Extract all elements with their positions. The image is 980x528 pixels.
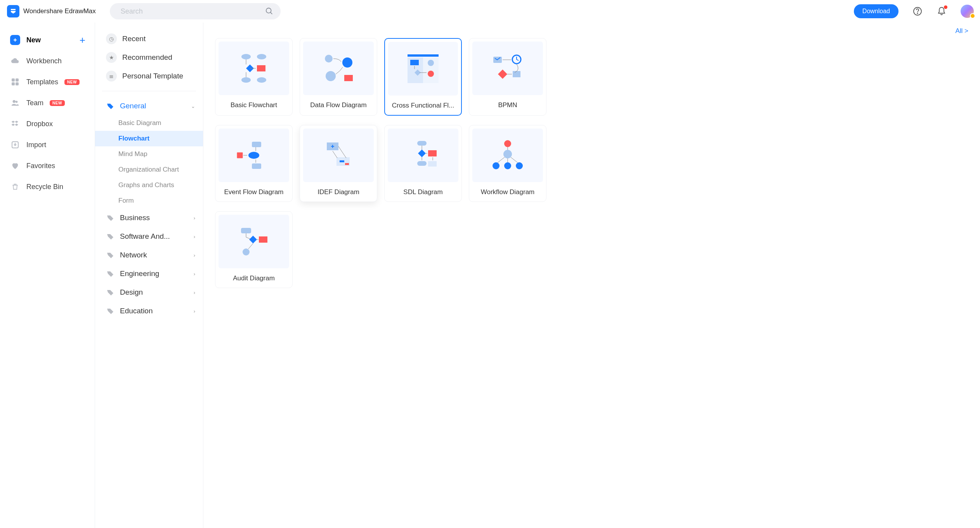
nav-label: New [26,36,41,44]
user-avatar[interactable] [961,5,974,18]
svg-point-9 [13,100,16,103]
chevron-right-icon: › [194,290,195,295]
category-section-general[interactable]: General⌄ [95,97,203,115]
search-icon[interactable] [265,7,274,16]
template-card-workflow[interactable]: Workflow Diagram [469,125,546,202]
tag-icon [106,102,114,110]
template-card-basic-flowchart[interactable]: Basic Flowchart [215,38,293,116]
category-section-education[interactable]: Education› [95,302,203,320]
all-link[interactable]: All > [955,27,968,35]
nav-item-team[interactable]: TeamNEW [0,92,95,113]
grid-icon [10,77,20,87]
template-card-audit[interactable]: Audit Diagram [215,211,293,288]
svg-point-45 [516,162,523,169]
section-label: Education [120,307,153,315]
svg-rect-36 [345,163,349,165]
app-title: Wondershare EdrawMax [23,7,96,15]
category-section-design[interactable]: Design› [95,283,203,302]
svg-rect-5 [12,78,15,82]
svg-point-16 [257,77,266,83]
template-card-sdl[interactable]: SDL Diagram [384,125,462,202]
svg-point-42 [503,150,512,158]
category-recommended[interactable]: ★Recommended [95,48,203,67]
content-area: All > Basic FlowchartData Flow DiagramCr… [203,23,980,528]
template-card-bpmn[interactable]: BPMN [469,38,546,116]
nav-label: Favorites [26,162,55,170]
category-personal[interactable]: ≣Personal Template [95,67,203,85]
card-label: Audit Diagram [215,271,292,288]
svg-rect-7 [12,82,15,85]
content-header: All > [215,27,968,38]
card-thumbnail [472,129,543,182]
help-icon[interactable] [912,6,923,16]
nav-item-import[interactable]: Import [0,134,95,155]
nav-label: Team [26,99,43,107]
template-card-event-flow[interactable]: Event Flow Diagram [215,125,293,202]
svg-point-48 [243,248,250,255]
category-sub-basic[interactable]: Basic Diagram [95,115,203,131]
chevron-right-icon: › [194,215,195,221]
trash-icon [10,182,20,192]
svg-point-17 [325,55,333,63]
nav-item-workbench[interactable]: Workbench [0,50,95,71]
category-label: Recommended [122,53,172,62]
nav-label: Templates [26,78,58,86]
svg-rect-29 [513,71,520,77]
template-card-cross-func[interactable]: Cross Functional Fl... [384,38,462,116]
primary-sidebar: New+WorkbenchTemplatesNEWTeamNEWDropboxI… [0,23,95,528]
category-section-business[interactable]: Business› [95,208,203,227]
tag-icon [106,288,114,297]
category-label: Recent [122,35,146,43]
search-input[interactable] [110,3,281,19]
section-label: Business [120,214,150,222]
chevron-right-icon: › [194,308,195,314]
chevron-down-icon: ⌄ [191,103,195,109]
nav-item-templates[interactable]: TemplatesNEW [0,71,95,92]
dropbox-icon [10,119,20,129]
card-thumbnail [219,215,289,268]
section-label: Engineering [120,269,159,278]
nav-item-recycle[interactable]: Recycle Bin [0,176,95,197]
category-sub-graphs[interactable]: Graphs and Charts [95,177,203,193]
section-label: Network [120,251,147,259]
category-sub-form[interactable]: Form [95,193,203,208]
svg-rect-38 [428,150,437,156]
nav-item-dropbox[interactable]: Dropbox [0,113,95,134]
svg-rect-37 [417,141,427,146]
download-button[interactable]: Download [854,4,898,18]
svg-point-18 [342,57,352,68]
people-icon [10,98,20,108]
nav-item-new[interactable]: New+ [0,30,95,50]
category-section-engineering[interactable]: Engineering› [95,264,203,283]
template-card-data-flow[interactable]: Data Flow Diagram [300,38,377,116]
svg-rect-20 [344,75,353,81]
category-sub-flowchart[interactable]: Flowchart [95,131,203,146]
svg-point-31 [248,152,259,159]
tag-icon [106,214,114,222]
chevron-right-icon: › [194,234,195,240]
svg-point-25 [428,60,434,66]
card-label: Data Flow Diagram [300,98,377,115]
svg-rect-8 [16,82,19,85]
notification-bell-icon[interactable] [937,6,947,16]
nav-item-favorites[interactable]: Favorites [0,155,95,176]
svg-point-13 [257,54,266,59]
new-plus-icon[interactable]: + [80,34,85,46]
svg-rect-47 [259,236,267,243]
chevron-right-icon: › [194,252,195,258]
category-section-network[interactable]: Network› [95,246,203,264]
category-sub-mindmap[interactable]: Mind Map [95,146,203,162]
card-thumbnail [388,42,458,96]
heart-icon [10,161,20,171]
template-card-idef[interactable]: IDEF Diagram [300,125,377,202]
card-thumbnail [303,129,374,182]
category-recent[interactable]: ◷Recent [95,30,203,48]
svg-rect-40 [428,161,437,167]
category-section-software[interactable]: Software And...› [95,227,203,246]
template-grid: Basic FlowchartData Flow DiagramCross Fu… [215,38,968,288]
category-sub-org[interactable]: Organizational Chart [95,162,203,177]
import-icon [10,140,20,150]
svg-point-12 [241,54,251,59]
card-label: SDL Diagram [385,185,461,201]
card-thumbnail [472,42,543,95]
